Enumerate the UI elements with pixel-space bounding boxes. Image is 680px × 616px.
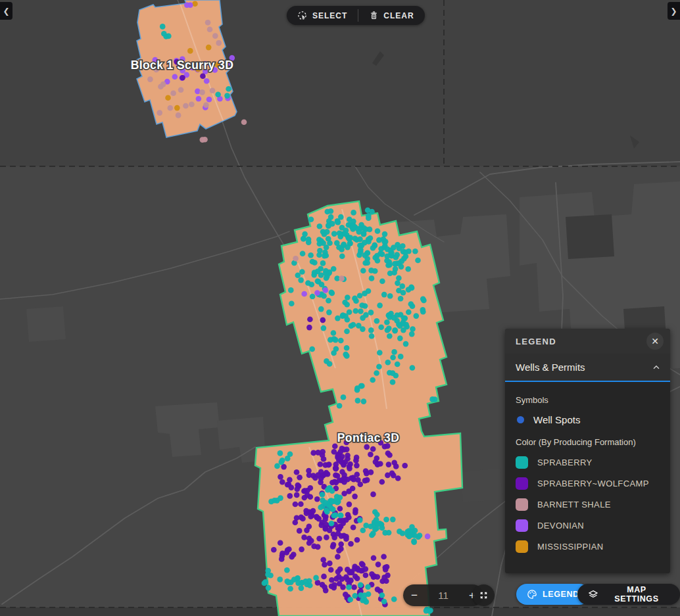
well-spot[interactable] — [363, 573, 369, 579]
well-spot[interactable] — [410, 365, 416, 371]
well-spot[interactable] — [224, 93, 230, 99]
well-spot[interactable] — [324, 534, 329, 540]
well-spot[interactable] — [278, 495, 283, 501]
well-spot[interactable] — [391, 270, 397, 275]
well-spot[interactable] — [384, 320, 390, 325]
well-spot[interactable] — [318, 306, 324, 312]
well-spot[interactable] — [414, 313, 420, 319]
well-spot[interactable] — [331, 513, 337, 519]
well-spot[interactable] — [398, 354, 404, 360]
well-spot[interactable] — [417, 533, 423, 538]
well-spot[interactable] — [345, 295, 351, 300]
well-spot[interactable] — [285, 482, 291, 488]
well-spot[interactable] — [383, 517, 389, 523]
well-spot[interactable] — [329, 480, 335, 486]
well-spot[interactable] — [347, 309, 352, 315]
well-spot[interactable] — [396, 275, 402, 281]
well-spot[interactable] — [323, 526, 329, 532]
well-spot[interactable] — [341, 241, 347, 247]
well-spot[interactable] — [357, 517, 363, 523]
well-spot[interactable] — [357, 293, 363, 298]
well-spot[interactable] — [381, 554, 387, 560]
well-spot[interactable] — [368, 469, 374, 475]
well-spot[interactable] — [318, 238, 324, 244]
well-spot[interactable] — [369, 533, 375, 538]
well-spot[interactable] — [351, 322, 356, 328]
well-spot[interactable] — [339, 275, 345, 281]
well-spot[interactable] — [395, 362, 401, 367]
well-spot[interactable] — [397, 529, 402, 534]
well-spot[interactable] — [289, 300, 295, 306]
well-spot[interactable] — [189, 101, 195, 107]
well-spot[interactable] — [369, 333, 375, 339]
well-spot[interactable] — [351, 210, 356, 216]
well-spot[interactable] — [359, 302, 365, 308]
well-spot[interactable] — [300, 516, 306, 522]
well-spot[interactable] — [347, 235, 353, 241]
well-spot[interactable] — [352, 574, 358, 580]
collapse-right-panel-button[interactable]: ❯ — [668, 2, 680, 20]
well-spot[interactable] — [387, 452, 393, 458]
well-spot[interactable] — [331, 330, 337, 336]
well-spot[interactable] — [366, 213, 372, 219]
well-spot[interactable] — [311, 544, 317, 550]
well-spot[interactable] — [412, 249, 418, 254]
well-spot[interactable] — [288, 287, 294, 293]
well-spot[interactable] — [425, 534, 431, 540]
well-spot[interactable] — [368, 452, 374, 458]
select-button[interactable]: SELECT — [287, 6, 358, 25]
well-spot[interactable] — [352, 296, 358, 302]
well-spot[interactable] — [204, 78, 210, 84]
well-spot[interactable] — [216, 40, 222, 46]
well-spot[interactable] — [215, 91, 221, 97]
well-spot[interactable] — [295, 273, 301, 279]
well-spot[interactable] — [360, 326, 366, 332]
well-spot[interactable] — [200, 74, 206, 80]
well-spot[interactable] — [307, 582, 313, 588]
well-spot[interactable] — [382, 231, 388, 237]
well-spot[interactable] — [352, 564, 358, 570]
well-spot[interactable] — [294, 492, 300, 498]
well-spot[interactable] — [293, 502, 299, 508]
map-settings-button[interactable]: MAP SETTINGS — [577, 584, 680, 605]
well-spot[interactable] — [344, 345, 350, 351]
well-spot[interactable] — [368, 524, 374, 530]
well-spot[interactable] — [369, 275, 375, 281]
well-spot[interactable] — [359, 383, 365, 389]
well-spot[interactable] — [284, 567, 290, 573]
well-spot[interactable] — [203, 103, 209, 108]
well-spot[interactable] — [165, 95, 171, 101]
well-spot[interactable] — [345, 512, 351, 518]
well-spot[interactable] — [366, 592, 372, 598]
well-spot[interactable] — [183, 103, 189, 109]
well-spot[interactable] — [374, 511, 380, 517]
well-spot[interactable] — [226, 86, 231, 92]
well-spot[interactable] — [333, 473, 339, 479]
well-spot[interactable] — [306, 524, 312, 530]
well-spot[interactable] — [298, 277, 304, 283]
well-spot[interactable] — [329, 583, 335, 589]
well-spot[interactable] — [358, 308, 364, 314]
well-spot[interactable] — [335, 554, 341, 560]
well-spot[interactable] — [412, 528, 418, 534]
well-spot[interactable] — [338, 524, 344, 530]
well-spot[interactable] — [172, 74, 178, 80]
well-spot[interactable] — [195, 89, 201, 95]
well-spot[interactable] — [326, 236, 331, 242]
well-spot[interactable] — [327, 561, 333, 567]
well-spot[interactable] — [174, 105, 180, 111]
well-spot[interactable] — [374, 456, 380, 462]
well-spot[interactable] — [351, 477, 357, 483]
well-spot[interactable] — [343, 536, 349, 542]
well-spot[interactable] — [310, 259, 316, 265]
well-spot[interactable] — [385, 473, 391, 479]
well-spot[interactable] — [341, 490, 347, 496]
well-spot[interactable] — [371, 574, 377, 580]
well-spot[interactable] — [192, 1, 198, 7]
well-spot[interactable] — [278, 474, 283, 480]
well-spot[interactable] — [297, 475, 303, 481]
well-spot[interactable] — [210, 88, 216, 94]
well-spot[interactable] — [372, 268, 378, 274]
well-spot[interactable] — [321, 456, 327, 462]
well-spot[interactable] — [397, 260, 402, 266]
